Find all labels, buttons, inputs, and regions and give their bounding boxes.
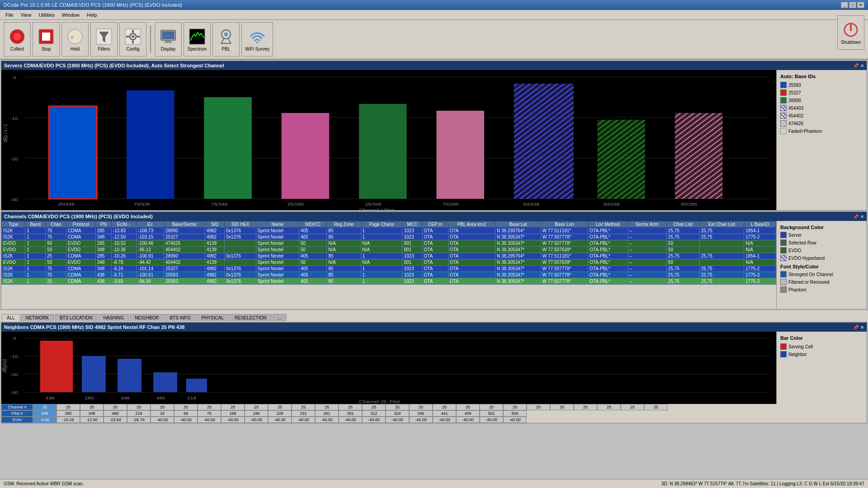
display-button[interactable]: Display	[155, 22, 182, 56]
legend-color-evdo-hyper	[780, 255, 787, 261]
tab-neighbor[interactable]: NEIGHBOR	[130, 314, 164, 321]
neighbors-panel-pin[interactable]: 📌	[853, 325, 859, 330]
table-row[interactable]: IS2K125CDMA438-3.65-94.302558349820x1376…	[2, 278, 776, 285]
stop-button[interactable]: Stop	[33, 22, 60, 56]
svg-text:-10: -10	[10, 354, 18, 358]
neighbor-cell: 25	[527, 404, 550, 410]
tab-hashing[interactable]: HASHING	[99, 314, 129, 321]
hold-button[interactable]: II Hold	[61, 22, 89, 56]
neighbor-cell: 25	[362, 404, 386, 410]
channels-table-area[interactable]: Type Band Chan Protocol PN Ec/Io ↓ Ec Ba…	[1, 221, 776, 309]
close-button[interactable]: ✕	[857, 2, 864, 8]
wifi-survey-button[interactable]: WiFi Survey	[241, 22, 273, 56]
svg-text:-30: -30	[10, 197, 18, 202]
svg-text:II: II	[71, 35, 73, 40]
neighbor-cell: 324	[386, 410, 409, 417]
neighbor-cell: -26.79	[127, 417, 151, 423]
filters-button[interactable]: Filters	[90, 22, 118, 56]
channels-panel-close[interactable]: ✕	[860, 214, 864, 219]
legend-item-phantom: Faded=Phantom	[780, 128, 863, 134]
tab-all[interactable]: ALL	[2, 314, 20, 321]
svg-line-23	[228, 39, 231, 43]
spectrum-button[interactable]: Spectrum	[184, 22, 211, 56]
table-row[interactable]: EVDO150EVDO285-10.52-100.464746254139Spr…	[2, 240, 776, 247]
neighbor-cell: 441	[433, 410, 456, 417]
neighbor-cell: 25	[57, 404, 80, 410]
svg-text:50/348: 50/348	[604, 202, 620, 206]
menu-view[interactable]: View	[17, 11, 35, 19]
neighbor-cell: -40.00	[221, 417, 245, 423]
neighbor-cell: 25	[245, 404, 268, 410]
legend-color-25583	[780, 82, 787, 88]
bg-color-title: Background Color	[780, 225, 863, 230]
svg-text:25/285: 25/285	[288, 202, 304, 206]
legend-server: Server	[780, 232, 863, 238]
config-button[interactable]: Config	[119, 22, 146, 56]
col-regzone: Reg Zone	[327, 221, 361, 228]
menu-window[interactable]: Window	[58, 11, 83, 19]
legend-phantom: Phantom	[780, 286, 863, 293]
spectrum-panel-close[interactable]: ✕	[860, 63, 864, 68]
minimize-button[interactable]: _	[841, 2, 848, 8]
spectrum-svg: 0 -10 -20 -30 dBp / s / z 25/438 75	[1, 70, 776, 210]
tabs-bar: ALL NETWORK BTS LOCATION HASHING NEIGHBO…	[0, 310, 868, 321]
tab-network[interactable]: NETWORK	[21, 314, 54, 321]
channels-panel-pin[interactable]: 📌	[853, 214, 859, 219]
table-row[interactable]: IS2K175CDMA438-5.71-100.612558349820x137…	[2, 272, 776, 278]
spectrum-panel-pin[interactable]: 📌	[853, 63, 859, 68]
col-lat: Base Lat	[495, 221, 541, 228]
col-chanlist: Chan List	[666, 221, 699, 228]
neighbor-cell: -40.00	[151, 417, 174, 423]
svg-text:-20: -20	[10, 156, 18, 161]
legend-color-strongest	[780, 271, 787, 277]
table-row[interactable]: EVDO150EVDO348-8.78-94.424544024139Sprin…	[2, 259, 776, 266]
svg-rect-18	[162, 31, 175, 39]
svg-rect-42	[204, 97, 251, 199]
legend-neighbor: Neighbor	[780, 351, 863, 357]
col-sidhex: SID HEX	[225, 221, 256, 228]
table-row[interactable]: IS2K125CDMA285-10.26-100.912899049820x13…	[2, 253, 776, 259]
neighbor-pilot-row: Pilot #438285348480219336975168186228231…	[1, 410, 867, 417]
neighbor-cell: 231	[292, 410, 315, 417]
menu-utilities[interactable]: Utilities	[35, 11, 58, 19]
neighbors-panel-close[interactable]: ✕	[860, 325, 864, 330]
neighbor-cell: 33	[151, 410, 174, 417]
legend-serving-cell: Serving Cell	[780, 343, 863, 350]
tab-reselection[interactable]: RESELECTION	[230, 314, 272, 321]
neighbor-cell: -3.65	[33, 417, 57, 423]
collect-button[interactable]: Collect	[4, 22, 31, 56]
maximize-button[interactable]: □	[849, 2, 856, 8]
col-ecio: Ec/Io ↓	[111, 221, 137, 228]
spectrum-panel-controls: 📌 ✕	[853, 63, 864, 68]
svg-text:25/348: 25/348	[365, 202, 381, 206]
legend-color-25327	[780, 89, 787, 96]
legend-color-phantom-font	[780, 286, 787, 293]
svg-rect-37	[49, 106, 96, 199]
neighbor-cell: 501	[480, 410, 503, 417]
filters-icon	[95, 28, 113, 46]
pbl-button[interactable]: PBL	[212, 22, 240, 56]
tab-bts-info[interactable]: BTS INFO	[165, 314, 195, 321]
svg-text:Channel 25: Pilot: Channel 25: Pilot	[359, 399, 400, 404]
wifi-icon	[248, 28, 266, 46]
menu-help[interactable]: Help	[83, 11, 101, 19]
table-row[interactable]: IS2K175CDMA348-6.24-101.142532749820x137…	[2, 266, 776, 272]
col-protocol: Protocol	[66, 221, 95, 228]
table-row[interactable]: IS2K175CDMA285-13.83-108.732899049820x13…	[2, 228, 776, 234]
tab-physical[interactable]: PHYSICAL	[197, 314, 229, 321]
shutdown-button[interactable]: Shutdown	[837, 15, 864, 50]
table-row[interactable]: IS2K175CDMA348-12.50-103.152532749820x13…	[2, 234, 776, 240]
collect-icon	[8, 28, 26, 46]
neighbors-chart-area: 0 -10 -20 -30 dBp/s/z 438 285	[1, 332, 776, 404]
config-icon	[124, 28, 142, 46]
neighbor-cell: -40.00	[503, 417, 527, 423]
menu-file[interactable]: File	[2, 11, 17, 19]
tab-bts-location[interactable]: BTS LOCATION	[55, 314, 98, 321]
table-row[interactable]: EVDO150EVDO348-10.36-96.134544024139Spri…	[2, 247, 776, 253]
neighbor-cell: 25	[503, 404, 527, 410]
neighbor-data-area: Channel #2525252525252525252525252525252…	[1, 404, 867, 423]
tab-more[interactable]: ...	[273, 314, 286, 321]
hold-icon: II	[66, 28, 84, 46]
legend-color-phantom	[780, 128, 787, 134]
neighbor-cell: 228	[268, 410, 292, 417]
